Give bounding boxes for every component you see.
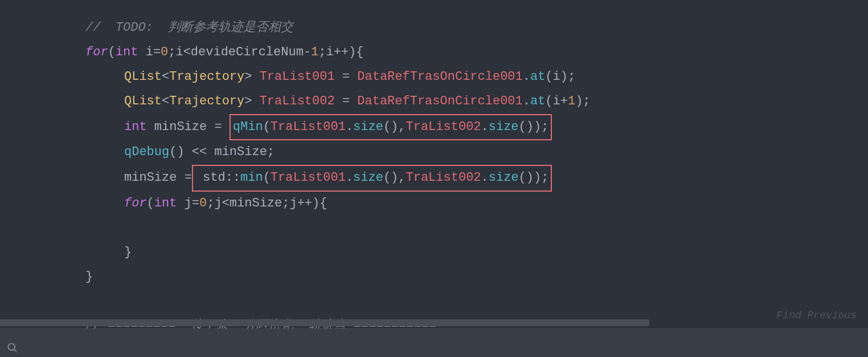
horizontal-scrollbar[interactable] [0,319,834,326]
code-line: minSize = std::min(TraList001.size(),Tra… [85,165,868,192]
code-line [85,216,868,241]
svg-line-1 [14,350,17,352]
status-bar [0,328,868,357]
code-line: // TODO: 判断参考轨迹是否相交 [85,16,868,40]
search-icon[interactable] [7,339,18,350]
code-line: QList<Trajectory> TraList002 = DataRefTr… [85,90,868,114]
code-line: QList<Trajectory> TraList001 = DataRefTr… [85,65,868,90]
code-line: for(int j=0;j<minSize;j++){ [85,192,868,216]
code-line: } [85,265,868,290]
code-line: qDebug() << minSize; [85,140,868,165]
code-line: int minSize = qMin(TraList001.size(),Tra… [85,114,868,141]
find-previous-label: Find Previous [777,306,857,326]
highlighted-code-1: qMin(TraList001.size(),TraList002.size()… [230,114,552,141]
code-line: for(int i=0;i<devideCircleNum-1;i++){ [85,40,868,65]
scrollbar-thumb[interactable] [0,319,649,326]
code-line [85,290,868,314]
code-line: } [85,241,868,265]
highlighted-code-2: std::min(TraList001.size(),TraList002.si… [192,165,552,192]
svg-point-0 [9,344,15,351]
code-editor[interactable]: // TODO: 判断参考轨迹是否相交 for(int i=0;i<devide… [0,16,868,339]
comment-text: // TODO: 判断参考轨迹是否相交 [85,21,293,35]
